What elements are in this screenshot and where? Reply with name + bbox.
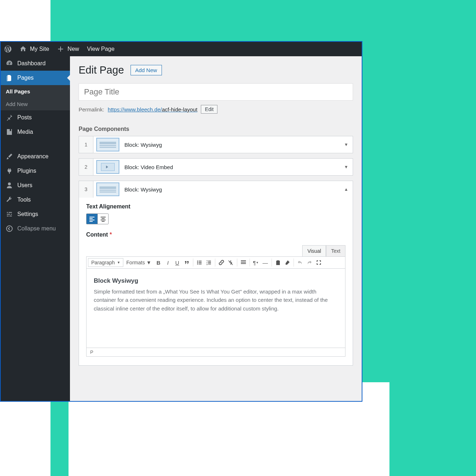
bold-button[interactable]: B — [154, 258, 163, 267]
sidebar-item-tools[interactable]: Tools — [1, 193, 70, 207]
sidebar-item-collapse[interactable]: Collapse menu — [1, 221, 70, 236]
svg-point-2 — [197, 262, 198, 263]
align-button[interactable] — [239, 258, 248, 267]
sidebar-label: Users — [17, 182, 32, 189]
page-title: Edit Page — [79, 64, 124, 76]
sidebar-label: Posts — [17, 114, 32, 121]
redo-icon — [307, 260, 312, 265]
tab-text[interactable]: Text — [326, 245, 345, 256]
wp-logo[interactable] — [4, 45, 12, 53]
main-content: Edit Page Add New Permalink: https://www… — [70, 56, 362, 401]
expand-toggle[interactable]: ▼ — [340, 142, 353, 147]
wrench-icon — [6, 196, 13, 203]
component-row[interactable]: 2 Block: Video Embed ▼ — [79, 158, 353, 176]
admin-sidebar: Dashboard Pages All Pages Add New Posts … — [1, 56, 70, 401]
page-title-input[interactable] — [79, 83, 353, 101]
sidebar-item-posts[interactable]: Posts — [1, 110, 70, 125]
editor-content[interactable]: Block Wysiwyg Simple formatted text from… — [86, 269, 345, 348]
expand-toggle[interactable]: ▼ — [340, 164, 353, 169]
sidebar-item-users[interactable]: Users — [1, 178, 70, 193]
underline-button[interactable]: U — [173, 258, 182, 267]
permalink-row: Permalink: https://www.bleech.de/acf-hid… — [79, 105, 353, 114]
align-center-button[interactable] — [97, 214, 108, 224]
align-left-button[interactable] — [87, 214, 97, 224]
sidebar-submenu-pages: All Pages Add New — [1, 85, 70, 110]
media-icon — [6, 128, 13, 136]
row-number: 3 — [79, 181, 93, 198]
component-row[interactable]: 3 Block: Wysiwyg ▲ — [79, 181, 353, 198]
row-number: 1 — [79, 136, 93, 153]
components-label: Page Components — [79, 126, 353, 132]
plug-icon — [6, 167, 13, 175]
admin-bar-site-label: My Site — [30, 46, 49, 52]
row-label: Block: Wysiwyg — [122, 182, 340, 197]
user-icon — [6, 182, 13, 189]
sidebar-label: Appearance — [17, 153, 48, 160]
collapse-toggle[interactable]: ▲ — [340, 187, 353, 192]
sidebar-item-appearance[interactable]: Appearance — [1, 149, 70, 164]
number-list-button[interactable] — [204, 258, 213, 267]
content-label: Content * — [86, 232, 345, 238]
svg-point-0 — [6, 226, 12, 232]
admin-bar-view[interactable]: View Page — [87, 46, 114, 52]
row-number: 2 — [79, 159, 93, 175]
italic-button[interactable]: I — [164, 258, 172, 267]
paste-button[interactable] — [274, 258, 282, 267]
sliders-icon — [6, 211, 13, 218]
pages-icon — [6, 74, 13, 81]
add-new-button[interactable]: Add New — [131, 65, 162, 75]
collapse-icon — [6, 225, 13, 232]
wp-admin-window: My Site New View Page Dashboard Pages — [0, 41, 362, 402]
sidebar-item-plugins[interactable]: Plugins — [1, 164, 70, 178]
content-heading: Block Wysiwyg — [94, 277, 338, 285]
eraser-icon — [285, 260, 290, 265]
paragraph-select[interactable]: Paragraph▼ — [88, 258, 123, 267]
wysiwyg-thumb-icon — [96, 138, 119, 151]
clipboard-icon — [275, 260, 281, 265]
permalink-label: Permalink: — [79, 106, 104, 113]
bullet-list-button[interactable] — [195, 258, 204, 267]
undo-button[interactable] — [296, 258, 304, 267]
pilcrow-button[interactable]: ¶▼ — [252, 258, 260, 267]
component-row[interactable]: 1 Block: Wysiwyg ▼ — [79, 136, 353, 153]
admin-bar-new[interactable]: New — [57, 45, 79, 53]
svg-point-1 — [197, 261, 198, 262]
admin-bar-site[interactable]: My Site — [19, 45, 49, 53]
fullscreen-button[interactable] — [314, 258, 323, 267]
formats-select[interactable]: Formats▼ — [124, 259, 153, 266]
permalink-link[interactable]: https://www.bleech.de/acf-hide-layout — [108, 106, 197, 113]
link-icon — [219, 260, 224, 265]
sidebar-item-dashboard[interactable]: Dashboard — [1, 56, 70, 71]
admin-bar-new-label: New — [67, 46, 79, 52]
quote-icon — [184, 260, 190, 265]
sidebar-item-pages[interactable]: Pages — [1, 71, 70, 85]
text-align-label: Text Alignement — [86, 203, 345, 210]
content-paragraph: Simple formatted text from a „What You S… — [94, 287, 338, 313]
sidebar-label: Settings — [17, 211, 38, 217]
redo-button[interactable] — [305, 258, 314, 267]
video-thumb-icon — [96, 160, 119, 174]
brush-icon — [6, 153, 13, 160]
sidebar-label: Dashboard — [17, 60, 45, 67]
admin-bar: My Site New View Page — [1, 42, 362, 56]
tab-visual[interactable]: Visual — [302, 245, 326, 256]
editor-status-bar: P — [86, 348, 345, 357]
wordpress-icon — [4, 45, 12, 53]
permalink-edit-button[interactable]: Edit — [201, 105, 217, 114]
hr-button[interactable]: — — [261, 258, 270, 267]
sidebar-sub-add-new[interactable]: Add New — [1, 98, 70, 110]
sidebar-label: Tools — [17, 197, 31, 203]
ol-icon — [206, 260, 212, 265]
blockquote-button[interactable] — [182, 258, 191, 267]
home-icon — [19, 45, 27, 53]
sidebar-label: Plugins — [17, 168, 36, 174]
sidebar-label: Media — [17, 129, 33, 135]
unlink-button[interactable] — [226, 258, 235, 267]
editor-tabs: Visual Text — [86, 245, 345, 256]
sidebar-item-media[interactable]: Media — [1, 125, 70, 139]
clear-format-button[interactable] — [283, 258, 292, 267]
svg-point-3 — [197, 264, 198, 265]
link-button[interactable] — [217, 258, 226, 267]
sidebar-sub-all-pages[interactable]: All Pages — [1, 85, 70, 98]
sidebar-item-settings[interactable]: Settings — [1, 207, 70, 221]
